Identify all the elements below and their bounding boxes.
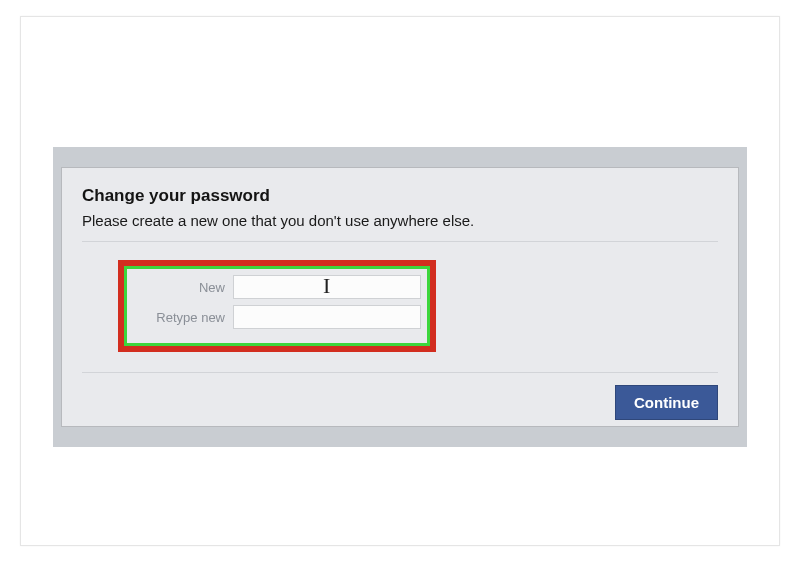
retype-password-label: Retype new — [133, 310, 233, 325]
new-password-label: New — [133, 280, 233, 295]
continue-button[interactable]: Continue — [615, 385, 718, 420]
annotation-highlight-inner: New Retype new I — [124, 266, 430, 346]
retype-password-field-wrap — [233, 305, 421, 329]
change-password-dialog: Change your password Please create a new… — [61, 167, 739, 427]
form-area: New Retype new I — [82, 260, 718, 352]
dialog-title: Change your password — [82, 186, 718, 206]
dialog-footer: Continue — [82, 373, 718, 420]
new-password-field-wrap — [233, 275, 421, 299]
annotation-highlight: New Retype new I — [118, 260, 436, 352]
divider — [82, 241, 718, 242]
screenshot-card: Change your password Please create a new… — [20, 16, 780, 546]
new-password-row: New — [133, 275, 421, 299]
new-password-input[interactable] — [233, 275, 421, 299]
dialog-subtitle: Please create a new one that you don't u… — [82, 212, 718, 229]
page: Change your password Please create a new… — [0, 0, 800, 576]
retype-password-input[interactable] — [233, 305, 421, 329]
retype-password-row: Retype new — [133, 305, 421, 329]
panel-backdrop: Change your password Please create a new… — [53, 147, 747, 447]
